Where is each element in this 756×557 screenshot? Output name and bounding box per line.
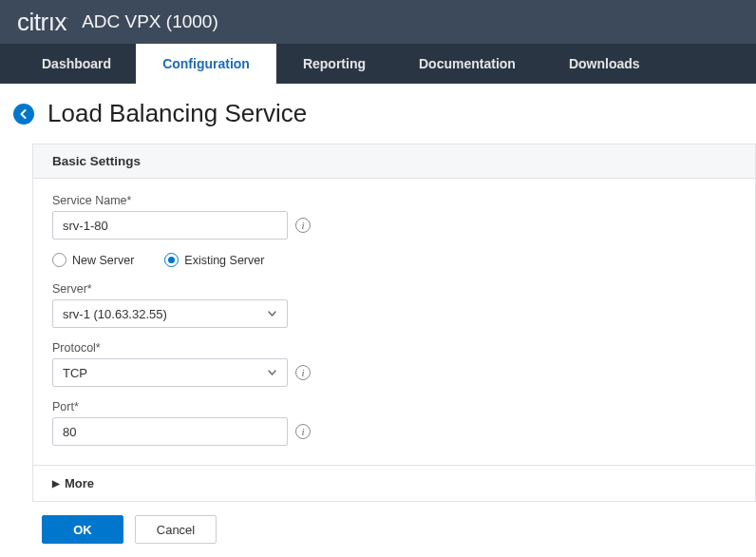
arrow-left-icon [18,108,29,120]
radio-new-server-label: New Server [72,254,134,267]
nav-documentation[interactable]: Documentation [392,44,542,84]
port-label: Port* [52,400,736,413]
info-icon[interactable]: i [295,424,311,439]
port-field: Port* i [52,400,736,446]
chevron-down-icon [267,366,277,380]
service-name-input[interactable] [52,211,288,240]
radio-icon [164,253,179,267]
protocol-field: Protocol* TCP i [52,341,736,387]
chevron-down-icon [267,307,277,321]
nav-reporting[interactable]: Reporting [276,44,392,84]
server-select[interactable]: srv-1 (10.63.32.55) [52,299,288,328]
page-header: Load Balancing Service [0,84,756,144]
panel-body: Service Name* i New Server Existing Serv… [33,179,755,465]
brand-text: citrıx [17,8,66,36]
main-nav: Dashboard Configuration Reporting Docume… [0,44,756,84]
nav-configuration[interactable]: Configuration [136,44,276,84]
radio-existing-server-label: Existing Server [184,254,264,267]
radio-icon [52,253,66,267]
ok-button[interactable]: OK [42,515,123,544]
protocol-select-value: TCP [63,366,87,380]
panel-header: Basic Settings [33,144,755,179]
page-title: Load Balancing Service [47,99,307,128]
port-input[interactable] [52,417,288,446]
info-icon[interactable]: i [295,365,311,380]
server-type-radio-group: New Server Existing Server [52,253,736,267]
protocol-select[interactable]: TCP [52,358,288,387]
more-expander[interactable]: ▶ More [33,465,755,501]
product-name: ADC VPX (1000) [82,11,218,32]
brand-logo: citrıx. [17,8,68,37]
back-button[interactable] [13,104,34,125]
button-row: OK Cancel [32,515,756,544]
info-icon[interactable]: i [295,218,311,233]
nav-dashboard[interactable]: Dashboard [0,44,136,84]
service-name-field: Service Name* i [52,194,736,240]
server-label: Server* [52,282,736,296]
service-name-label: Service Name* [52,194,736,207]
server-select-value: srv-1 (10.63.32.55) [63,307,167,321]
radio-existing-server[interactable]: Existing Server [164,253,264,267]
cancel-button[interactable]: Cancel [135,515,217,544]
server-field: Server* srv-1 (10.63.32.55) [52,282,736,328]
basic-settings-panel: Basic Settings Service Name* i New Serve… [32,144,756,502]
caret-right-icon: ▶ [52,478,60,489]
protocol-label: Protocol* [52,341,736,355]
more-label: More [65,476,94,490]
top-bar: citrıx. ADC VPX (1000) [0,0,756,44]
radio-new-server[interactable]: New Server [52,253,134,267]
nav-downloads[interactable]: Downloads [542,44,667,84]
